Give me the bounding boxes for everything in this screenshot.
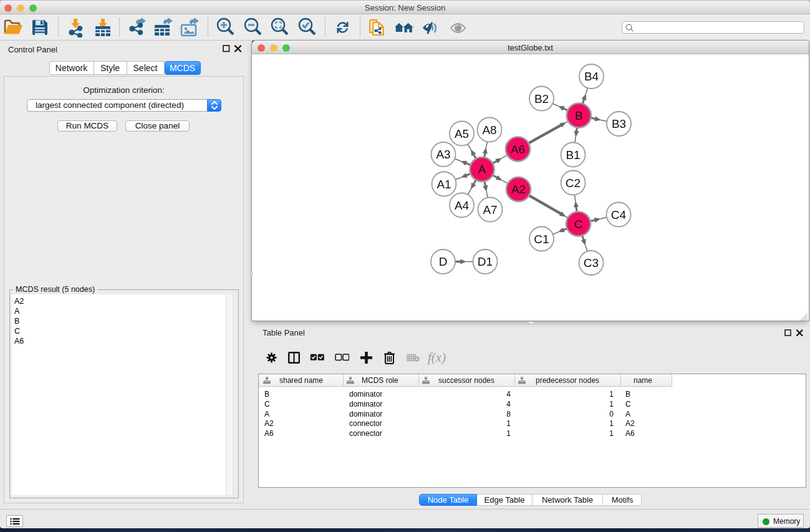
svg-text:B: B bbox=[575, 109, 583, 122]
svg-text:C3: C3 bbox=[584, 256, 599, 269]
svg-text:A1: A1 bbox=[436, 178, 451, 191]
svg-text:B2: B2 bbox=[534, 92, 549, 105]
svg-text:A6: A6 bbox=[511, 143, 525, 156]
svg-text:B3: B3 bbox=[612, 117, 626, 130]
svg-text:A2: A2 bbox=[511, 183, 526, 196]
svg-text:C4: C4 bbox=[611, 208, 627, 221]
svg-text:A: A bbox=[478, 163, 486, 176]
svg-text:C1: C1 bbox=[534, 233, 549, 246]
svg-text:A8: A8 bbox=[482, 123, 496, 137]
svg-text:A7: A7 bbox=[483, 203, 497, 216]
svg-text:C2: C2 bbox=[566, 177, 581, 190]
svg-text:A4: A4 bbox=[455, 199, 470, 212]
svg-text:D1: D1 bbox=[478, 255, 493, 268]
svg-text:B4: B4 bbox=[584, 70, 599, 83]
svg-text:A5: A5 bbox=[455, 127, 469, 140]
svg-text:B1: B1 bbox=[566, 148, 580, 162]
svg-text:A3: A3 bbox=[436, 148, 450, 161]
svg-text:C: C bbox=[574, 218, 583, 231]
svg-text:D: D bbox=[439, 255, 448, 268]
